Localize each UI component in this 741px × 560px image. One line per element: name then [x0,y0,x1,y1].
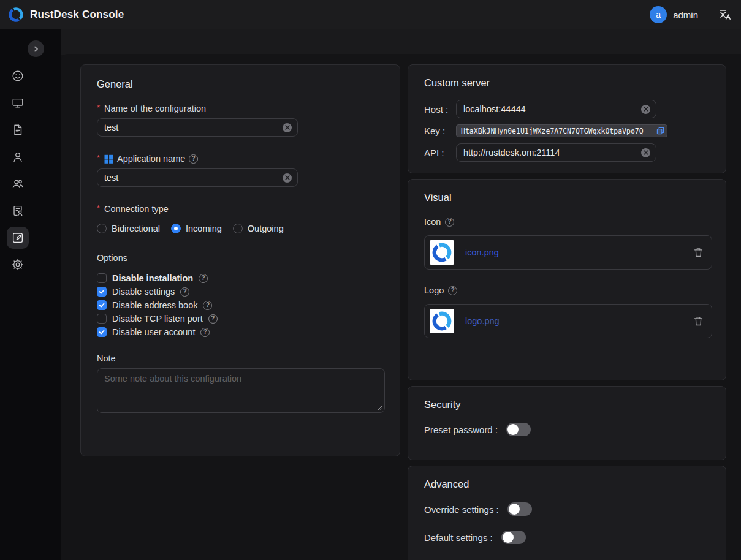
config-name-label: Name of the configuration [104,104,206,113]
option-disable-settings[interactable]: Disable settings ? [97,285,384,298]
option-disable-installation[interactable]: Disable installation ? [97,271,384,285]
clear-icon[interactable] [283,123,292,132]
help-icon[interactable]: ? [180,287,189,297]
general-card: General * Name of the configuration * [80,64,400,456]
brand: RustDesk Console [8,7,124,23]
radio-icon [97,224,107,233]
custom-server-title: Custom server [424,77,710,89]
app-title: RustDesk Console [30,9,124,21]
copy-icon[interactable] [656,127,664,135]
key-label: Key : [424,126,456,136]
host-row: Host : [424,100,710,118]
radio-incoming[interactable]: Incoming [171,224,222,233]
user-icon [11,150,25,164]
visual-title: Visual [424,192,710,203]
security-card: Security Preset password : [408,386,726,460]
note-textarea[interactable] [97,368,385,413]
top-band [61,29,741,55]
logo-preview [430,309,454,333]
sidebar-item-audit[interactable] [7,119,29,141]
app-name-label-row: * Application name ? [97,154,384,164]
config-name-label-row: * Name of the configuration [97,104,384,113]
resize-grip-icon[interactable] [377,405,382,411]
logo-label: Logo [424,286,444,295]
override-settings-toggle[interactable] [507,502,532,516]
config-name-input-wrap [97,118,298,137]
sidebar-item-overview[interactable] [7,65,29,87]
app-name-label: Application name [117,154,185,164]
override-settings-row: Override settings : [424,502,710,516]
gear-icon [11,258,25,271]
edit-square-icon [11,231,25,244]
logo-file-link[interactable]: logo.png [465,316,694,326]
general-title: General [97,78,384,90]
clear-icon[interactable] [641,148,650,157]
username-label[interactable]: admin [673,10,698,20]
radio-bidirectional[interactable]: Bidirectional [97,224,160,233]
api-label: API : [424,148,456,158]
user-avatar[interactable]: a [650,6,667,23]
key-value-chip: HtaXBkJNHyn0e1U1jWXze7A7CN7QTGWqxkOtpaVp… [456,124,667,137]
smiley-icon [11,69,25,83]
checkbox-icon [97,327,107,337]
option-disable-address-book[interactable]: Disable address book ? [97,298,384,312]
clear-icon[interactable] [283,173,292,183]
users-icon [11,177,25,191]
sidebar-collapse-button[interactable] [28,40,44,57]
document-user-icon [11,204,25,218]
option-disable-tcp-listen-port[interactable]: Disable TCP listen port ? [97,312,384,325]
default-settings-toggle[interactable] [501,531,526,544]
app-name-input[interactable] [104,173,279,183]
help-icon[interactable]: ? [208,314,218,324]
preset-password-toggle[interactable] [506,423,531,436]
sidebar-item-groups[interactable] [7,173,29,195]
note-textarea-wrap [97,368,385,415]
help-icon[interactable]: ? [203,301,212,310]
help-icon[interactable]: ? [200,328,210,337]
checkbox-icon [97,287,107,297]
options-list: Disable installation ? Disable settings … [97,271,384,339]
logo-filebox: logo.png [424,304,712,338]
key-row: Key : HtaXBkJNHyn0e1U1jWXze7A7CN7QTGWqxk… [424,124,710,137]
help-icon[interactable]: ? [199,274,208,283]
advanced-card: Advanced Override settings : Default set… [408,466,726,560]
help-icon[interactable]: ? [189,154,198,164]
sidebar-item-custom-clients[interactable] [7,227,29,249]
host-label: Host : [424,104,456,115]
document-icon [11,123,25,137]
checkbox-icon [97,300,107,310]
option-disable-user-account[interactable]: Disable user account ? [97,325,384,339]
host-input-wrap [456,100,656,118]
sidebar-item-devices[interactable] [7,92,29,114]
security-title: Security [424,399,710,411]
icon-label: Icon [424,217,441,227]
help-icon[interactable]: ? [448,286,457,295]
translate-icon[interactable] [719,9,731,21]
top-bar-right: a admin [650,6,731,23]
note-label: Note [97,354,384,363]
icon-preview [430,240,454,265]
preset-password-row: Preset password : [424,423,710,436]
default-settings-label: Default settings : [424,532,493,543]
config-name-input[interactable] [104,123,279,132]
trash-icon[interactable] [694,316,703,326]
icon-filebox: icon.png [424,235,712,270]
sidebar-item-users[interactable] [7,146,29,168]
connection-type-label-row: * Connection type [97,204,384,214]
custom-server-card: Custom server Host : Key : HtaXBkJNHyn0e… [408,64,726,173]
checkbox-icon [97,273,107,283]
trash-icon[interactable] [694,248,703,257]
preset-password-label: Preset password : [424,425,498,435]
required-asterisk: * [97,203,100,213]
logo-label-row: Logo ? [424,286,710,295]
help-icon[interactable]: ? [445,218,454,227]
clear-icon[interactable] [641,105,650,114]
radio-outgoing[interactable]: Outgoing [233,224,284,233]
host-input[interactable] [463,104,637,114]
icon-file-link[interactable]: icon.png [465,248,694,257]
api-input[interactable] [463,148,637,157]
default-settings-row: Default settings : [424,531,710,544]
sidebar-item-settings[interactable] [7,254,29,276]
sidebar-item-strategies[interactable] [7,200,29,222]
windows-icon [104,154,113,164]
